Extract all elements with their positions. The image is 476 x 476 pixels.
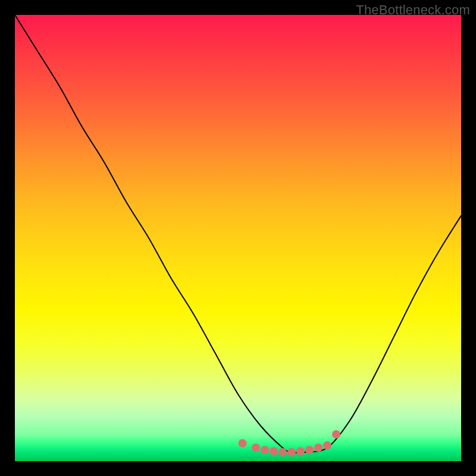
- highlight-dot: [287, 448, 296, 456]
- plot-area: [15, 15, 461, 461]
- highlight-dot: [305, 446, 314, 454]
- highlight-dot: [239, 439, 247, 447]
- highlight-dot: [261, 446, 269, 454]
- highlight-dot: [323, 441, 331, 450]
- plot-svg: [15, 15, 461, 461]
- highlight-dot: [296, 447, 305, 456]
- highlight-dot: [332, 430, 340, 439]
- chart-frame: TheBottleneck.com: [0, 0, 476, 476]
- highlight-dot: [252, 444, 260, 452]
- curve-line: [15, 15, 461, 453]
- highlight-dots: [239, 430, 341, 456]
- highlight-dot: [314, 444, 322, 452]
- highlight-dot: [278, 448, 287, 456]
- highlight-dot: [270, 447, 278, 456]
